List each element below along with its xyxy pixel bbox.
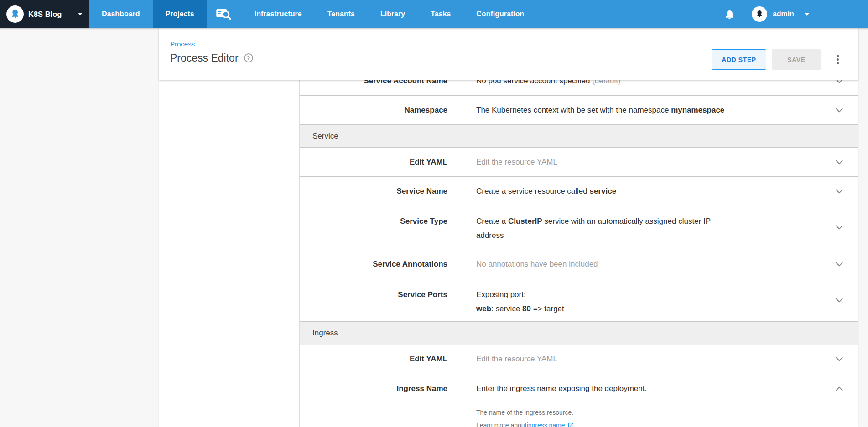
page-header: Process Process Editor ? ADD STEP SAVE (159, 28, 858, 80)
chevron-down-icon[interactable] (833, 353, 845, 365)
row-value: Create a service resource called service (476, 187, 858, 196)
chevron-down-icon (78, 13, 83, 15)
value-text: Edit the resource YAML (476, 158, 557, 166)
section-label: Ingress (312, 329, 338, 338)
process-steps-table: Service Account NameNo pod service accou… (299, 67, 858, 427)
project-group-name: K8S Blog (28, 10, 62, 19)
process-row-service-ports[interactable]: Service PortsExposing port:web: service … (300, 279, 858, 322)
value-line: Edit the resource YAML (476, 158, 814, 167)
value-line: Edit the resource YAML (476, 355, 814, 364)
page-title: Process Editor (170, 52, 239, 64)
row-label: Service Annotations (300, 260, 447, 269)
value-text: service (590, 187, 617, 195)
nav-item-projects[interactable]: Projects (153, 0, 207, 28)
nav-item-infrastructure[interactable]: Infrastructure (242, 0, 315, 28)
brand-menu[interactable]: K8S Blog (0, 0, 89, 28)
chevron-down-icon[interactable] (804, 13, 810, 16)
save-button[interactable]: SAVE (772, 49, 821, 70)
value-text: => target (531, 304, 564, 313)
value-text: Exposing port: (476, 290, 526, 299)
bell-icon[interactable] (724, 9, 735, 20)
ingress-name-link[interactable]: ingress name (527, 422, 565, 427)
value-text: ClusterIP (508, 217, 542, 226)
process-editor-card: Service Account NameNo pod service accou… (159, 28, 858, 427)
row-label: Service Ports (300, 279, 447, 302)
user-name[interactable]: admin (773, 10, 794, 18)
row-value: Edit the resource YAML (476, 355, 858, 364)
row-value: Edit the resource YAML (476, 158, 858, 167)
top-nav-bar: K8S Blog DashboardProjectsInfrastructure… (0, 0, 868, 28)
value-line: No annotations have been included (476, 260, 814, 269)
row-label: Edit YAML (300, 158, 447, 167)
nav-item-search[interactable] (207, 0, 242, 28)
value-text: 80 (522, 304, 531, 313)
kebab-menu-icon[interactable] (835, 52, 841, 67)
chevron-up-icon[interactable] (833, 383, 845, 395)
value-line: Create a service resource called service (476, 187, 814, 196)
learn-more-line: Learn more about ingress name (476, 422, 814, 427)
chevron-down-icon[interactable] (833, 294, 845, 306)
chevron-down-icon[interactable] (833, 185, 845, 197)
value-text: No annotations have been included (476, 260, 598, 268)
process-row-service-annotations[interactable]: Service AnnotationsNo annotations have b… (300, 249, 858, 279)
value-text: Learn more about (476, 422, 527, 427)
field-help-text: The name of the ingress resource. (476, 409, 814, 416)
add-step-button[interactable]: ADD STEP (712, 49, 766, 70)
value-text: service with an automatically assigned c… (542, 217, 711, 226)
help-glyph: ? (247, 55, 250, 62)
value-text: Create a service resource called (476, 187, 590, 195)
process-row-namespace[interactable]: NamespaceThe Kubernetes context with be … (300, 96, 858, 125)
process-row-ingress-name[interactable]: Ingress NameEnter the ingress name expos… (300, 373, 858, 427)
process-row-edit-yaml[interactable]: Edit YAMLEdit the resource YAML (300, 148, 858, 177)
value-line: Create a ClusterIP service with an autom… (476, 214, 814, 228)
value-line: Exposing port: (476, 288, 814, 302)
section-header-ingress: Ingress (300, 322, 858, 345)
value-line: Enter the ingress name exposing the depl… (476, 384, 814, 393)
breadcrumb[interactable]: Process (170, 40, 195, 48)
value-line: address (476, 228, 814, 242)
nav-item-library[interactable]: Library (368, 0, 418, 28)
chevron-down-icon[interactable] (833, 104, 845, 116)
header-actions: ADD STEP SAVE (712, 49, 841, 70)
value-text: Create a (476, 217, 508, 226)
value-text: The Kubernetes context with be set with … (476, 106, 671, 114)
octopus-logo-icon (6, 5, 24, 23)
value-text: : service (491, 304, 522, 313)
value-text: address (476, 231, 504, 240)
row-value: The Kubernetes context with be set with … (476, 106, 858, 115)
nav-item-tasks[interactable]: Tasks (418, 0, 463, 28)
external-link-icon[interactable] (567, 422, 574, 427)
nav-items: DashboardProjectsInfrastructureTenantsLi… (89, 0, 537, 28)
row-value: No annotations have been included (476, 260, 858, 269)
nav-item-dashboard[interactable]: Dashboard (89, 0, 153, 28)
octopus-avatar-icon[interactable] (752, 6, 767, 22)
row-label: Ingress Name (300, 373, 447, 393)
value-text: mynamespace (671, 106, 724, 114)
chevron-down-icon[interactable] (833, 221, 845, 233)
value-text: web (476, 304, 491, 313)
value-line: The Kubernetes context with be set with … (476, 106, 814, 115)
value-text: Enter the ingress name exposing the depl… (476, 384, 647, 393)
process-row-edit-yaml[interactable]: Edit YAMLEdit the resource YAML (300, 345, 858, 373)
row-label: Edit YAML (300, 355, 447, 364)
process-row-service-name[interactable]: Service NameCreate a service resource ca… (300, 177, 858, 206)
chevron-down-icon[interactable] (833, 156, 845, 168)
help-icon[interactable]: ? (244, 53, 253, 62)
chevron-down-icon[interactable] (833, 258, 845, 270)
nav-item-configuration[interactable]: Configuration (463, 0, 537, 28)
value-text: Edit the resource YAML (476, 355, 557, 363)
project-search-icon (215, 7, 234, 21)
nav-right: admin (724, 0, 810, 28)
row-value: Exposing port:web: service 80 => target (476, 279, 858, 316)
value-line: web: service 80 => target (476, 302, 814, 316)
section-header-service: Service (300, 125, 858, 148)
row-value: Enter the ingress name exposing the depl… (476, 373, 858, 427)
section-label: Service (312, 132, 338, 141)
process-row-service-type[interactable]: Service TypeCreate a ClusterIP service w… (300, 206, 858, 249)
row-value: Create a ClusterIP service with an autom… (476, 206, 858, 242)
nav-item-tenants[interactable]: Tenants (315, 0, 368, 28)
row-label: Service Type (300, 206, 447, 228)
row-label: Namespace (300, 106, 447, 115)
row-label: Service Name (300, 187, 447, 196)
